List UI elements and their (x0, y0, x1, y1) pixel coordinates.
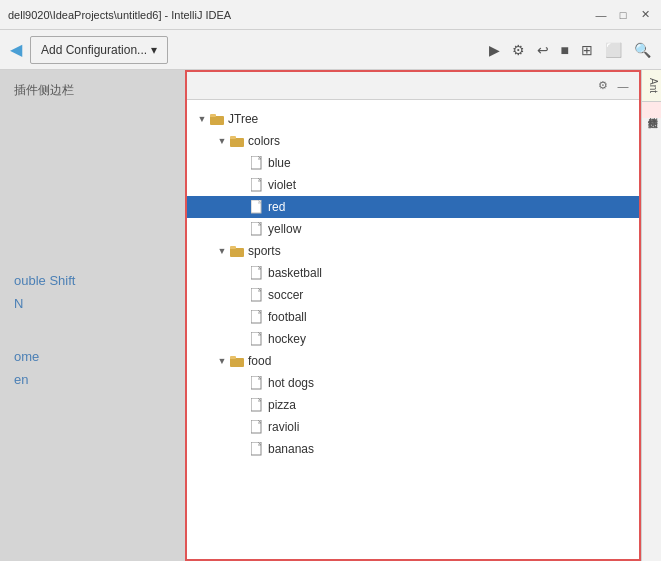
title-bar: dell9020\IdeaProjects\untitled6] - Intel… (0, 0, 661, 30)
shortcut-n: N (8, 292, 177, 315)
search-everywhere-button[interactable]: 🔍 (630, 36, 655, 64)
add-config-suffix: ▾ (151, 43, 157, 57)
coverage-button[interactable]: ↩ (533, 36, 553, 64)
node-label-soccer: soccer (268, 288, 303, 302)
file-icon-violet (249, 177, 265, 193)
side-tab-ant[interactable]: Ant (642, 70, 661, 102)
back-arrow-button[interactable]: ◀ (6, 36, 26, 64)
tree-node-pizza[interactable]: pizza (187, 394, 639, 416)
layout-button[interactable]: ⬜ (601, 36, 626, 64)
svg-rect-15 (230, 356, 236, 359)
file-icon-soccer (249, 287, 265, 303)
tree-node-bananas[interactable]: bananas (187, 438, 639, 460)
file-icon-basketball (249, 265, 265, 281)
shortcut-double-shift: ouble Shift (8, 269, 177, 292)
svg-rect-9 (230, 246, 236, 249)
tree-node-hockey[interactable]: hockey (187, 328, 639, 350)
add-configuration-button[interactable]: Add Configuration... ▾ (30, 36, 168, 64)
tree-node-violet[interactable]: violet (187, 174, 639, 196)
node-label-violet: violet (268, 178, 296, 192)
tree-node-yellow[interactable]: yellow (187, 218, 639, 240)
settings-icon[interactable]: ⚙ (595, 78, 611, 94)
panel-header: ⚙ — (187, 72, 639, 100)
window-controls: — □ ✕ (593, 7, 653, 23)
folder-icon-colors (229, 133, 245, 149)
tree-node-food[interactable]: food (187, 350, 639, 372)
file-icon-pizza (249, 397, 265, 413)
maximize-button[interactable]: □ (615, 7, 631, 23)
node-label-yellow: yellow (268, 222, 301, 236)
left-panel: 插件侧边栏 ouble Shift N ome en (0, 70, 185, 561)
node-label-pizza: pizza (268, 398, 296, 412)
expand-arrow-food (215, 354, 229, 368)
add-config-label: Add Configuration... (41, 43, 147, 57)
file-icon-hotdogs (249, 375, 265, 391)
svg-rect-0 (210, 116, 224, 125)
file-icon-hockey (249, 331, 265, 347)
shortcut-en: en (8, 368, 177, 391)
window-title: dell9020\IdeaProjects\untitled6] - Intel… (8, 9, 593, 21)
run-button[interactable]: ▶ (485, 36, 504, 64)
node-label-bananas: bananas (268, 442, 314, 456)
tree-node-hotdogs[interactable]: hot dogs (187, 372, 639, 394)
side-tab-plugin[interactable]: 插件侧边栏 (642, 102, 661, 118)
file-icon-blue (249, 155, 265, 171)
tree-node-jtree[interactable]: JTree (187, 108, 639, 130)
svg-rect-2 (230, 138, 244, 147)
node-label-jtree: JTree (228, 112, 258, 126)
svg-rect-3 (230, 136, 236, 139)
node-label-hotdogs: hot dogs (268, 376, 314, 390)
shortcut-home: ome (8, 345, 177, 368)
svg-rect-14 (230, 358, 244, 367)
tree-node-basketball[interactable]: basketball (187, 262, 639, 284)
folder-icon-sports (229, 243, 245, 259)
file-icon-football (249, 309, 265, 325)
expand-arrow-sports (215, 244, 229, 258)
tree-node-blue[interactable]: blue (187, 152, 639, 174)
panel-header-icons: ⚙ — (595, 78, 631, 94)
side-tabs: Ant 插件侧边栏 (641, 70, 661, 561)
plugin-sidebar-label: 插件侧边栏 (8, 78, 177, 103)
project-button[interactable]: ⊞ (577, 36, 597, 64)
expand-arrow-jtree (195, 112, 209, 126)
expand-arrow-colors (215, 134, 229, 148)
jtree-container: JTree colors blue (187, 100, 639, 468)
file-icon-yellow (249, 221, 265, 237)
tree-node-sports[interactable]: sports (187, 240, 639, 262)
tree-node-ravioli[interactable]: ravioli (187, 416, 639, 438)
close-button[interactable]: ✕ (637, 7, 653, 23)
file-icon-ravioli (249, 419, 265, 435)
tree-node-football[interactable]: football (187, 306, 639, 328)
node-label-football: football (268, 310, 307, 324)
node-label-food: food (248, 354, 271, 368)
debug-button[interactable]: ⚙ (508, 36, 529, 64)
tree-node-red[interactable]: red (187, 196, 639, 218)
minimize-button[interactable]: — (593, 7, 609, 23)
svg-rect-1 (210, 114, 216, 117)
folder-icon-food (229, 353, 245, 369)
tree-node-soccer[interactable]: soccer (187, 284, 639, 306)
toolbar: ◀ Add Configuration... ▾ ▶ ⚙ ↩ ■ ⊞ ⬜ 🔍 (0, 30, 661, 70)
node-label-red: red (268, 200, 285, 214)
file-icon-red (249, 199, 265, 215)
tree-node-colors[interactable]: colors (187, 130, 639, 152)
tree-panel: ⚙ — JTree (185, 70, 641, 561)
folder-icon-jtree (209, 111, 225, 127)
node-label-basketball: basketball (268, 266, 322, 280)
node-label-colors: colors (248, 134, 280, 148)
node-label-ravioli: ravioli (268, 420, 299, 434)
node-label-sports: sports (248, 244, 281, 258)
main-content: 插件侧边栏 ouble Shift N ome en ⚙ — (0, 70, 661, 561)
stop-button[interactable]: ■ (557, 36, 573, 64)
svg-rect-8 (230, 248, 244, 257)
node-label-blue: blue (268, 156, 291, 170)
file-icon-bananas (249, 441, 265, 457)
minimize-panel-icon[interactable]: — (615, 78, 631, 94)
node-label-hockey: hockey (268, 332, 306, 346)
